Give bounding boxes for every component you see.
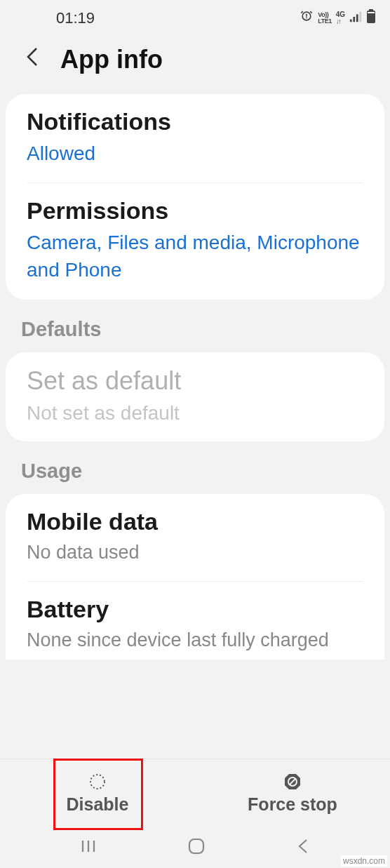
svg-rect-16 xyxy=(189,839,203,853)
permissions-title: Permissions xyxy=(27,197,363,225)
permissions-value: Camera, Files and media, Microphone and … xyxy=(27,229,363,283)
section-usage: Usage xyxy=(0,441,390,494)
volte-icon: Vo))LTE1 xyxy=(318,12,331,25)
network-type-icon: 4G↓↑ xyxy=(336,11,345,25)
header: App info xyxy=(0,29,390,94)
disable-label: Disable xyxy=(67,794,129,815)
page-title: App info xyxy=(60,45,163,74)
svg-rect-3 xyxy=(359,11,361,21)
force-stop-icon xyxy=(283,772,302,792)
svg-rect-4 xyxy=(369,9,373,11)
section-defaults: Defaults xyxy=(0,300,390,352)
battery-icon xyxy=(366,9,376,27)
row-permissions[interactable]: Permissions Camera, Files and media, Mic… xyxy=(6,183,384,299)
notifications-value: Allowed xyxy=(27,140,363,167)
back-icon[interactable] xyxy=(25,46,42,74)
notifications-title: Notifications xyxy=(27,108,363,135)
recents-icon[interactable] xyxy=(79,837,98,858)
status-icons: Vo))LTE1 4G↓↑ xyxy=(300,9,376,27)
card-usage: Mobile data No data used Battery None si… xyxy=(6,494,384,660)
force-stop-button[interactable]: Force stop xyxy=(195,759,390,827)
row-notifications[interactable]: Notifications Allowed xyxy=(6,94,384,182)
battery-title: Battery xyxy=(27,596,363,623)
force-stop-label: Force stop xyxy=(248,794,337,815)
row-mobile-data[interactable]: Mobile data No data used xyxy=(6,494,384,580)
row-battery[interactable]: Battery None since device last fully cha… xyxy=(6,582,384,660)
disable-button[interactable]: Disable xyxy=(0,759,195,827)
nav-bar xyxy=(0,827,390,868)
set-default-value: Not set as default xyxy=(27,400,363,427)
card-1: Notifications Allowed Permissions Camera… xyxy=(6,94,384,300)
alarm-icon xyxy=(300,9,314,27)
set-default-title: Set as default xyxy=(27,366,363,396)
svg-rect-1 xyxy=(353,17,355,22)
mobile-data-title: Mobile data xyxy=(27,508,363,535)
svg-rect-6 xyxy=(368,12,375,13)
status-time: 01:19 xyxy=(56,9,95,27)
status-bar: 01:19 Vo))LTE1 4G↓↑ xyxy=(0,0,390,29)
svg-rect-2 xyxy=(356,14,358,22)
battery-value: None since device last fully charged xyxy=(27,627,363,653)
svg-point-7 xyxy=(90,775,105,789)
disable-icon xyxy=(88,772,107,792)
bottom-actions: Disable Force stop xyxy=(0,759,390,827)
home-icon[interactable] xyxy=(187,836,206,859)
nav-back-icon[interactable] xyxy=(295,837,311,858)
signal-icon xyxy=(349,9,362,27)
row-set-default[interactable]: Set as default Not set as default xyxy=(6,352,384,442)
svg-rect-0 xyxy=(350,19,352,22)
card-defaults: Set as default Not set as default xyxy=(6,352,384,442)
mobile-data-value: No data used xyxy=(27,540,363,565)
watermark: wsxdn.com xyxy=(341,855,387,867)
